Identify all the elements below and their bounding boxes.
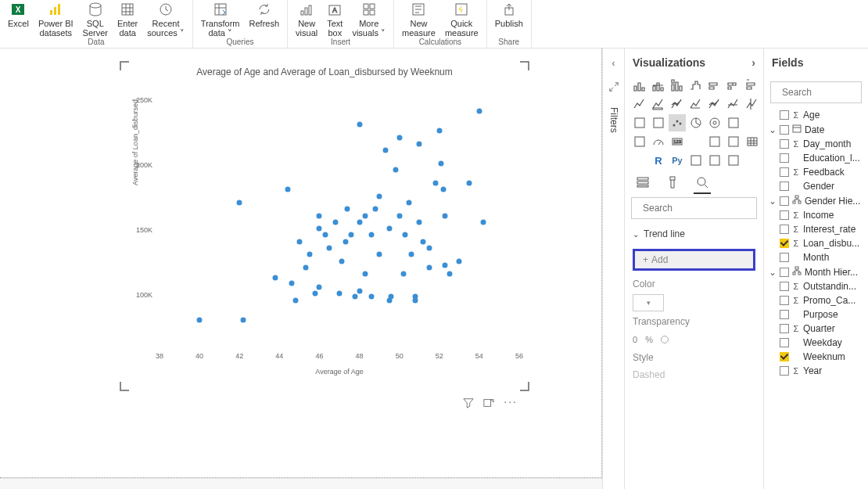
scatter-point[interactable] (292, 297, 298, 303)
resize-handle-br[interactable] (520, 382, 529, 391)
viz-type-tile[interactable] (706, 114, 723, 131)
field-row[interactable]: ΣQuarter (764, 322, 868, 336)
scatter-point[interactable] (357, 219, 362, 225)
field-row[interactable]: Gender (764, 179, 868, 193)
viz-type-tile[interactable] (631, 77, 648, 94)
field-row[interactable]: ΣYear (764, 364, 868, 378)
resize-handle-tr[interactable] (520, 61, 529, 70)
style-value[interactable]: Dashed (625, 366, 763, 383)
scatter-point[interactable] (349, 232, 354, 238)
focus-mode-icon[interactable] (483, 397, 494, 411)
scatter-point[interactable] (467, 180, 472, 185)
transparency-control[interactable]: 0 % (625, 330, 763, 349)
viz-type-tile[interactable] (744, 133, 761, 150)
field-checkbox[interactable] (780, 282, 789, 291)
viz-type-tile[interactable] (669, 77, 686, 94)
scatter-point[interactable] (337, 291, 343, 297)
viz-type-tile[interactable] (706, 133, 723, 150)
scatter-point[interactable] (396, 135, 402, 140)
scatter-point[interactable] (421, 239, 426, 244)
scatter-point[interactable] (363, 213, 368, 218)
field-checkbox[interactable] (780, 110, 789, 120)
scatter-point[interactable] (427, 265, 432, 271)
scatter-point[interactable] (307, 252, 312, 257)
text-box-button[interactable]: ATextbox (322, 0, 347, 36)
scatter-point[interactable] (368, 293, 374, 299)
field-checkbox[interactable] (780, 310, 789, 319)
field-row[interactable]: ΣLoan_disbu... (764, 236, 868, 250)
trend-line-section-header[interactable]: ⌄ Trend line (625, 224, 763, 244)
field-checkbox[interactable] (780, 268, 789, 277)
scatter-point[interactable] (432, 180, 438, 185)
field-row[interactable]: ΣIncome (764, 208, 868, 222)
sql-server-button[interactable]: SQLServer (78, 0, 113, 36)
scatter-point[interactable] (403, 232, 408, 238)
fields-tab-icon[interactable] (636, 175, 650, 189)
viz-type-tile[interactable] (725, 152, 742, 169)
field-checkbox[interactable] (780, 210, 789, 220)
scatter-point[interactable] (313, 291, 318, 297)
resize-handle-tl[interactable] (120, 61, 129, 70)
viz-type-tile[interactable] (687, 133, 705, 150)
viz-type-tile[interactable] (725, 77, 742, 94)
viz-type-tile[interactable] (706, 95, 723, 113)
excel-button[interactable]: XExcel (3, 0, 34, 36)
viz-type-tile[interactable] (725, 114, 742, 131)
scatter-point[interactable] (481, 219, 486, 225)
refresh-button[interactable]: Refresh (245, 0, 285, 36)
scatter-point[interactable] (357, 121, 362, 127)
publish-button[interactable]: Publish (490, 0, 528, 36)
scatter-point[interactable] (327, 246, 332, 251)
scatter-point[interactable] (417, 141, 422, 146)
field-row[interactable]: Education_l... (764, 151, 868, 165)
scatter-point[interactable] (317, 213, 322, 218)
scatter-point[interactable] (389, 293, 394, 299)
chart-visual[interactable]: Average of Age and Average of Loan_disbu… (121, 63, 528, 390)
viz-type-tile[interactable] (706, 77, 723, 94)
scatter-point[interactable] (323, 232, 328, 238)
viz-type-tile[interactable] (706, 152, 723, 169)
field-checkbox[interactable] (780, 253, 789, 262)
filter-icon[interactable] (463, 397, 474, 411)
transform-data-button[interactable]: Transformdata ˅ (196, 0, 245, 36)
viz-type-tile[interactable] (669, 95, 686, 113)
scatter-point[interactable] (241, 317, 246, 322)
field-row[interactable]: ΣDay_month (764, 137, 868, 151)
format-tab-icon[interactable] (665, 175, 680, 189)
scatter-point[interactable] (317, 226, 322, 232)
scatter-point[interactable] (368, 232, 374, 238)
scatter-point[interactable] (353, 293, 358, 299)
fields-search-box[interactable] (770, 81, 862, 103)
viz-type-tile[interactable] (631, 114, 648, 131)
scatter-point[interactable] (413, 293, 418, 299)
scatter-point[interactable] (476, 109, 482, 114)
viz-type-tile[interactable] (650, 114, 667, 131)
field-checkbox[interactable] (780, 167, 789, 177)
viz-type-tile[interactable] (650, 95, 667, 113)
viz-type-tile[interactable]: R (650, 152, 667, 169)
field-row[interactable]: Month (764, 250, 868, 264)
scatter-point[interactable] (400, 271, 406, 277)
field-row[interactable]: ΣFeedback (764, 165, 868, 179)
viz-type-tile[interactable] (744, 152, 761, 169)
scatter-point[interactable] (357, 289, 362, 294)
scatter-point[interactable] (396, 213, 402, 218)
scatter-point[interactable] (363, 271, 368, 277)
viz-type-tile[interactable]: Py (669, 152, 686, 169)
field-checkbox[interactable] (780, 324, 789, 333)
scatter-point[interactable] (447, 271, 452, 277)
analytics-tab-icon[interactable] (695, 175, 709, 189)
scatter-point[interactable] (377, 193, 382, 199)
field-row[interactable]: ΣInterest_rate (764, 222, 868, 236)
scatter-point[interactable] (373, 207, 378, 212)
recent-sources-button[interactable]: Recentsources ˅ (142, 0, 189, 36)
scatter-point[interactable] (343, 239, 348, 244)
scatter-point[interactable] (296, 239, 302, 244)
viz-type-tile[interactable] (744, 95, 761, 113)
field-checkbox[interactable] (780, 225, 789, 234)
add-trend-line-button[interactable]: + Add (633, 249, 755, 271)
field-checkbox[interactable] (780, 296, 789, 305)
viz-type-tile[interactable] (725, 95, 742, 113)
scatter-point[interactable] (407, 200, 412, 205)
viz-search-input[interactable] (641, 202, 762, 214)
